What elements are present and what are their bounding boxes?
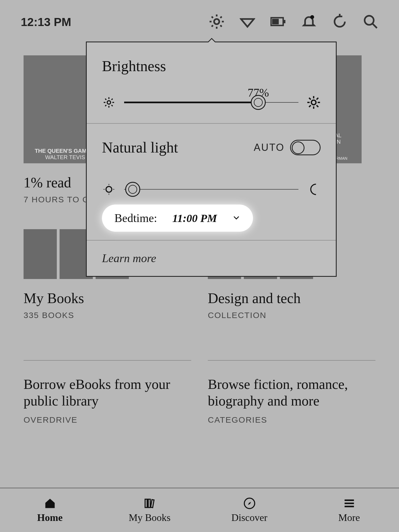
brightness-title: Brightness	[102, 58, 321, 75]
bottom-nav: Home My Books Discover More	[0, 488, 399, 532]
natural-light-section: Natural light AUTO Bedtime: 11:00 PM	[87, 124, 336, 240]
wifi-icon[interactable]	[240, 14, 255, 30]
svg-line-3	[212, 17, 213, 18]
svg-point-0	[214, 19, 219, 24]
svg-line-28	[105, 99, 106, 100]
svg-line-39	[309, 105, 311, 107]
slider-handle[interactable]	[125, 182, 140, 197]
svg-rect-15	[145, 499, 147, 507]
svg-line-29	[111, 105, 112, 106]
brightness-icon[interactable]	[209, 14, 224, 30]
nav-discover[interactable]: Discover	[200, 488, 299, 532]
bedtime-value: 11:00 PM	[172, 212, 217, 225]
nav-home[interactable]: Home	[0, 488, 100, 532]
status-bar: 12:13 PM	[0, 0, 399, 39]
chevron-down-icon	[232, 213, 241, 223]
slider-handle[interactable]	[251, 95, 266, 110]
collection-title: Design and tech	[208, 290, 375, 306]
nav-more[interactable]: More	[299, 488, 399, 532]
auto-label: AUTO	[254, 142, 285, 153]
svg-line-14	[372, 24, 377, 28]
categories-title: Browse fiction, romance, biography and m…	[208, 376, 375, 409]
brightness-section: Brightness 77%	[87, 42, 336, 123]
home-icon	[42, 497, 58, 510]
brightness-popup: Brightness 77% Natural light AUTO	[86, 42, 337, 277]
nav-discover-label: Discover	[231, 512, 267, 523]
my-books-title: My Books	[24, 290, 191, 306]
sun-outline-icon	[102, 182, 116, 196]
natural-light-slider[interactable]	[102, 182, 321, 196]
moon-icon	[307, 182, 321, 196]
bedtime-label: Bedtime:	[114, 211, 157, 225]
book-thumb	[24, 229, 57, 279]
svg-line-31	[111, 99, 112, 100]
bedtime-selector[interactable]: Bedtime: 11:00 PM	[102, 205, 253, 232]
sync-icon[interactable]	[332, 14, 347, 30]
compass-icon	[242, 497, 257, 510]
svg-line-38	[316, 105, 318, 107]
toggle-knob	[292, 141, 305, 154]
svg-line-4	[220, 25, 222, 27]
brightness-slider[interactable]: 77%	[102, 95, 321, 109]
sun-high-icon	[307, 95, 321, 109]
cover-author: WALTER TEVIS	[45, 154, 85, 161]
overdrive-title: Borrow eBooks from your public library	[24, 376, 191, 409]
svg-line-7	[212, 25, 213, 27]
categories-subtitle: CATEGORIES	[208, 415, 375, 425]
nav-mybooks-label: My Books	[129, 512, 170, 523]
status-icons-group	[209, 14, 378, 30]
collection-subtitle: COLLECTION	[208, 311, 375, 320]
auto-toggle[interactable]	[290, 140, 321, 155]
overdrive-tile[interactable]: Borrow eBooks from your public library O…	[24, 345, 191, 425]
books-icon	[142, 497, 157, 510]
svg-rect-11	[284, 20, 285, 23]
search-icon[interactable]	[363, 14, 378, 30]
categories-tile[interactable]: Browse fiction, romance, biography and m…	[208, 345, 375, 425]
svg-point-23	[107, 101, 111, 104]
overdrive-subtitle: OVERDRIVE	[24, 415, 191, 425]
svg-line-40	[316, 98, 318, 99]
svg-line-8	[220, 17, 222, 18]
svg-point-32	[311, 100, 316, 105]
svg-line-37	[309, 98, 311, 99]
svg-point-41	[106, 187, 112, 192]
svg-marker-19	[248, 502, 251, 505]
svg-point-12	[310, 15, 314, 19]
svg-rect-16	[148, 499, 150, 507]
natural-light-title: Natural light	[102, 139, 178, 156]
nav-more-label: More	[338, 512, 360, 523]
svg-point-13	[365, 16, 374, 25]
notification-icon[interactable]	[301, 14, 317, 30]
sun-low-icon	[102, 95, 116, 109]
nav-home-label: Home	[37, 512, 63, 523]
svg-line-30	[105, 105, 106, 106]
status-time: 12:13 PM	[21, 16, 71, 29]
svg-rect-17	[150, 499, 154, 507]
battery-icon[interactable]	[270, 14, 286, 30]
nav-mybooks[interactable]: My Books	[100, 488, 200, 532]
my-books-count: 335 BOOKS	[24, 311, 191, 320]
svg-rect-10	[272, 19, 279, 24]
menu-icon	[342, 497, 357, 510]
learn-more-link[interactable]: Learn more	[87, 241, 336, 276]
